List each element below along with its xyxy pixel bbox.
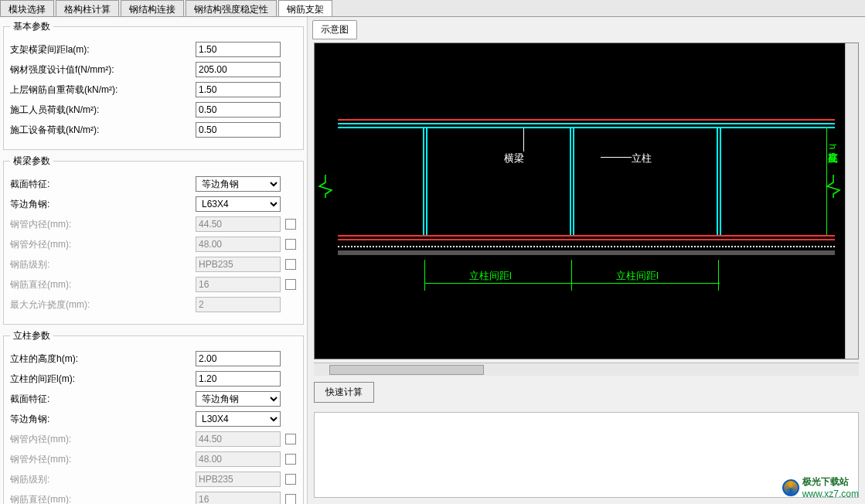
label-beam-spacing: 支架横梁间距la(m):	[10, 43, 196, 56]
label-column-angle-steel: 等边角钢:	[10, 413, 196, 426]
diagram-column-1b	[426, 127, 427, 235]
break-mark-left-icon	[318, 175, 333, 198]
input-beam-rebar-dia	[196, 277, 281, 292]
label-beam-angle-steel: 等边角钢:	[10, 198, 196, 211]
checkbox-column-rebar-grade[interactable]	[285, 474, 296, 485]
diagram-column-3b	[720, 127, 721, 235]
beam-legend: 横梁参数	[10, 155, 53, 168]
beam-params-group: 横梁参数 截面特征:等边角钢 等边角钢:L63X4 钢管内径(mm): 钢管外径…	[3, 155, 304, 325]
calculate-button[interactable]: 快速计算	[314, 382, 374, 403]
checkbox-column-pipe-inner[interactable]	[285, 434, 296, 444]
label-personnel-load: 施工人员荷载(kN/m²):	[10, 104, 196, 117]
leader-beam	[523, 128, 524, 152]
label-column-spacing: 立柱的间距l(m):	[10, 373, 196, 386]
label-rebar-load: 上层钢筋自重荷载(kN/m²):	[10, 83, 196, 97]
input-column-pipe-outer	[196, 451, 281, 467]
label-column-rebar-dia: 钢筋直径(mm):	[10, 493, 196, 505]
tab-lattice-column[interactable]: 格构柱计算	[56, 0, 119, 16]
select-beam-section-type[interactable]: 等边角钢	[196, 176, 281, 192]
input-beam-max-deflection	[196, 297, 281, 312]
diagram-label-height: 立柱高度h	[826, 144, 839, 149]
diagram-column-3	[717, 127, 718, 235]
label-beam-pipe-outer: 钢管外径(mm):	[10, 238, 196, 251]
label-beam-max-deflection: 最大允许挠度(mm):	[10, 298, 196, 312]
label-column-section-type: 截面特征:	[10, 393, 196, 406]
label-beam-rebar-dia: 钢筋直径(mm):	[10, 278, 196, 291]
diagram-top-cyan-line-2	[338, 127, 835, 128]
select-column-section-type[interactable]: 等边角钢	[196, 391, 281, 407]
select-column-angle-steel[interactable]: L30X4	[196, 411, 281, 427]
input-beam-pipe-inner	[196, 216, 281, 232]
watermark-logo-icon	[782, 479, 799, 496]
tab-steel-strength[interactable]: 钢结构强度稳定性	[186, 0, 277, 16]
diagram-canvas: 横梁 立柱 立柱间距l 立柱间距l 立柱高度h	[314, 43, 859, 359]
diagram-top-red-line	[338, 119, 835, 121]
checkbox-beam-pipe-outer[interactable]	[285, 239, 296, 250]
diagram-ground-hatch	[338, 250, 835, 255]
input-column-rebar-grade	[196, 472, 281, 487]
tab-diagram[interactable]: 示意图	[312, 20, 357, 39]
basic-legend: 基本参数	[10, 20, 53, 33]
input-column-rebar-dia	[196, 492, 281, 504]
checkbox-column-pipe-outer[interactable]	[285, 454, 296, 465]
input-beam-pipe-outer	[196, 237, 281, 252]
input-beam-rebar-grade	[196, 257, 281, 272]
diagram-column-2	[570, 127, 571, 235]
checkbox-beam-rebar-dia[interactable]	[285, 279, 296, 290]
dim-vertical	[826, 127, 827, 235]
diagram-label-column: 立柱	[632, 152, 652, 165]
checkbox-beam-pipe-inner[interactable]	[285, 219, 296, 230]
diagram-column-1	[423, 127, 424, 235]
input-column-height[interactable]	[196, 351, 281, 366]
break-mark-right-icon	[826, 175, 841, 198]
diagram-label-spacing-2: 立柱间距l	[616, 269, 659, 283]
checkbox-column-rebar-dia[interactable]	[285, 494, 296, 504]
label-beam-rebar-grade: 钢筋级别:	[10, 258, 196, 271]
label-steel-strength: 钢材强度设计值f(N/mm²):	[10, 63, 196, 77]
tab-module-select[interactable]: 模块选择	[0, 0, 54, 16]
label-beam-section-type: 截面特征:	[10, 178, 196, 191]
column-legend: 立柱参数	[10, 329, 53, 342]
input-rebar-load[interactable]	[196, 82, 281, 97]
watermark-text2: www.xz7.com	[802, 489, 859, 499]
right-panel: 示意图	[308, 17, 865, 504]
label-beam-pipe-inner: 钢管内径(mm):	[10, 218, 196, 231]
dim-tick-3	[718, 260, 719, 291]
main-tabs: 模块选择 格构柱计算 钢结构连接 钢结构强度稳定性 钢筋支架	[0, 0, 865, 17]
input-equipment-load[interactable]	[196, 122, 281, 138]
diagram-bottom-red-line	[338, 235, 835, 237]
diagram-column-2b	[573, 127, 574, 235]
tab-steel-connection[interactable]: 钢结构连接	[121, 0, 184, 16]
basic-params-group: 基本参数 支架横梁间距la(m): 钢材强度设计值f(N/mm²): 上层钢筋自…	[3, 20, 304, 150]
leader-column	[601, 157, 632, 158]
input-column-spacing[interactable]	[196, 371, 281, 387]
label-column-pipe-outer: 钢管外径(mm):	[10, 453, 196, 466]
output-area	[314, 412, 859, 498]
column-params-group: 立柱参数 立柱的高度h(m): 立柱的间距l(m): 截面特征:等边角钢 等边角…	[3, 329, 304, 504]
diagram-bottom-red-line-2	[338, 239, 835, 240]
select-beam-angle-steel[interactable]: L63X4	[196, 196, 281, 212]
diagram-label-beam: 横梁	[504, 152, 524, 165]
watermark: 极光下载站 www.xz7.com	[782, 475, 859, 499]
watermark-text1: 极光下载站	[802, 475, 859, 489]
tab-rebar-support[interactable]: 钢筋支架	[278, 0, 332, 16]
label-equipment-load: 施工设备荷载(kN/m²):	[10, 124, 196, 137]
label-column-height: 立柱的高度h(m):	[10, 352, 196, 366]
left-panel: 基本参数 支架横梁间距la(m): 钢材强度设计值f(N/mm²): 上层钢筋自…	[0, 17, 308, 504]
scrollbar-horizontal[interactable]	[314, 363, 859, 376]
input-personnel-load[interactable]	[196, 102, 281, 117]
checkbox-beam-rebar-grade[interactable]	[285, 259, 296, 270]
input-steel-strength[interactable]	[196, 62, 281, 77]
label-column-pipe-inner: 钢管内径(mm):	[10, 433, 196, 446]
dim-tick-2	[571, 260, 572, 291]
input-beam-spacing[interactable]	[196, 42, 281, 57]
scrollbar-thumb[interactable]	[329, 365, 484, 375]
label-column-rebar-grade: 钢筋级别:	[10, 473, 196, 486]
diagram-top-cyan-line	[338, 123, 835, 124]
diagram-ground-dotted	[338, 246, 835, 247]
dim-tick-1	[424, 260, 425, 291]
input-column-pipe-inner	[196, 431, 281, 447]
dim-line	[424, 283, 720, 284]
diagram-label-spacing-1: 立柱间距l	[469, 269, 512, 283]
